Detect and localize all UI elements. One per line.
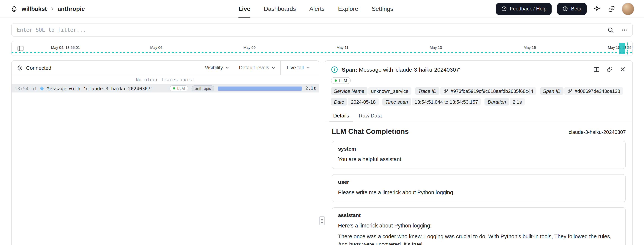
span-content: LLM Chat Completions claude-3-haiku-2024…: [325, 122, 632, 245]
columns-icon[interactable]: [592, 66, 600, 73]
visibility-label: Visibility: [205, 65, 223, 71]
trace-timestamp: 13:54:51: [14, 86, 37, 91]
timeline-tick: May 11: [336, 46, 348, 50]
time-span-label: Time span: [382, 98, 411, 106]
breadcrumb-org[interactable]: willbakst: [22, 6, 47, 12]
feedback-help-label: Feedback / Help: [510, 6, 546, 12]
chevron-right-icon: [50, 6, 54, 11]
trace-row[interactable]: 13:54:51 Message with 'claude-3-haiku-20…: [12, 84, 319, 93]
empty-traces-message: No older traces exist: [12, 75, 319, 84]
user-avatar[interactable]: [622, 3, 634, 15]
top-nav: willbakst anthropic Live Dashboards Aler…: [0, 0, 644, 18]
sidebar-toggle-icon[interactable]: [16, 44, 24, 53]
tab-raw-data[interactable]: Raw Data: [355, 110, 386, 122]
service-name-value: unknown_service: [368, 87, 412, 95]
close-icon[interactable]: [619, 66, 626, 73]
span-meta-row-2: Date 2024-05-18 Time span 13:54:51.044 t…: [325, 98, 632, 106]
nav-item-explore[interactable]: Explore: [338, 0, 358, 18]
diamond-icon: [40, 86, 44, 91]
nav-item-live[interactable]: Live: [238, 0, 250, 18]
span-id-value[interactable]: #d08697de343ce138: [564, 87, 623, 95]
sparkle-icon[interactable]: [592, 4, 602, 14]
gear-icon[interactable]: [17, 65, 23, 71]
span-badge-row: LLM: [325, 76, 632, 87]
span-header: Span: Message with 'claude-3-haiku-20240…: [325, 61, 632, 76]
time-span-value: 13:54:51.044 to 13:54:53.157: [412, 98, 481, 106]
traces-header: Connected Visibility Default levels Live…: [12, 61, 319, 75]
info-circle-icon: [331, 66, 338, 73]
trace-duration: 2.1s: [305, 86, 316, 91]
link-icon[interactable]: [606, 65, 614, 74]
default-levels-dropdown[interactable]: Default levels: [234, 61, 280, 75]
message-role: system: [338, 146, 620, 152]
timeline-selection[interactable]: [619, 43, 625, 54]
date-label: Date: [331, 98, 347, 106]
duration-tag: Duration 2.1s: [485, 98, 525, 106]
message-role: assistant: [338, 212, 620, 218]
timeline-end-marker: [627, 43, 628, 55]
grip-icon[interactable]: [319, 216, 325, 225]
beta-label: Beta: [571, 6, 582, 12]
app-root: willbakst anthropic Live Dashboards Aler…: [0, 0, 644, 245]
trace-id-value[interactable]: #973fba5919cf9c618aafdb2635f68c44: [440, 87, 536, 95]
span-id-label: Span ID: [540, 87, 564, 95]
logo-icon[interactable]: [10, 4, 19, 13]
traces-panel: Connected Visibility Default levels Live…: [11, 60, 320, 245]
service-name-tag: Service Name unknown_service: [331, 87, 412, 95]
breadcrumb-project[interactable]: anthropic: [58, 6, 85, 12]
timeline-tick: May 13: [430, 46, 442, 50]
timeline-axis: [12, 52, 632, 53]
timeline-tick: May 16: [524, 46, 536, 50]
tab-details[interactable]: Details: [330, 110, 353, 122]
sql-filter-input[interactable]: [11, 23, 633, 37]
beta-button[interactable]: Beta: [557, 3, 586, 15]
message-text: You are a helpful assistant.: [338, 155, 620, 163]
section-title: LLM Chat Completions: [332, 128, 409, 136]
span-panel: Span: Message with 'claude-3-haiku-20240…: [324, 60, 633, 245]
timeline-start-marker: [61, 43, 61, 55]
span-title: Span: Message with 'claude-3-haiku-20240…: [342, 66, 460, 73]
breadcrumb: willbakst anthropic: [10, 4, 85, 13]
span-title-prefix: Span:: [342, 66, 357, 73]
chevron-down-icon: [271, 66, 276, 70]
trace-message: Message with 'claude-3-haiku-20240307': [46, 86, 166, 91]
live-tail-dropdown[interactable]: Live tail: [280, 61, 319, 75]
svg-text:?: ?: [503, 7, 505, 11]
timeline-tick: May 09: [243, 46, 256, 50]
trace-id-label: Trace ID: [415, 87, 440, 95]
main-split: Connected Visibility Default levels Live…: [0, 60, 644, 245]
llm-badge: LLM: [331, 77, 351, 84]
search-icon[interactable]: [607, 26, 614, 34]
connection-status: Connected: [26, 65, 51, 71]
link-icon: [567, 88, 572, 94]
nav-item-alerts[interactable]: Alerts: [309, 0, 324, 18]
message-text: Please write me a limerick about Python …: [338, 189, 620, 196]
date-tag: Date 2024-05-18: [331, 98, 379, 106]
visibility-dropdown[interactable]: Visibility: [200, 61, 234, 75]
feedback-help-button[interactable]: ? Feedback / Help: [496, 3, 552, 15]
timeline[interactable]: May 04, 13:55:01 May 06 May 09 May 11 Ma…: [11, 41, 633, 56]
nav-item-settings[interactable]: Settings: [372, 0, 393, 18]
green-dot-icon: [173, 87, 175, 90]
date-value: 2024-05-18: [348, 98, 379, 106]
chevron-down-icon: [306, 66, 310, 70]
timeline-tick: May 04, 13:55:01: [51, 46, 80, 50]
duration-label: Duration: [485, 98, 509, 106]
duration-value: 2.1s: [510, 98, 525, 106]
nav-item-dashboards[interactable]: Dashboards: [264, 0, 296, 18]
span-meta-row-1: Service Name unknown_service Trace ID #9…: [325, 87, 632, 95]
span-title-text: Message with 'claude-3-haiku-20240307': [359, 66, 460, 73]
main-nav: Live Dashboards Alerts Explore Settings: [238, 0, 393, 18]
section-header: LLM Chat Completions claude-3-haiku-2024…: [332, 128, 626, 136]
circle-info-icon: [562, 6, 568, 12]
message-card-user: user Please write me a limerick about Py…: [332, 174, 626, 202]
message-text: There once was a coder who knew, Logging…: [338, 233, 620, 245]
span-header-actions: [592, 65, 626, 74]
timeline-tick: May 06: [150, 46, 162, 50]
ellipsis-icon[interactable]: [620, 26, 628, 34]
chevron-down-icon: [225, 66, 229, 70]
link-icon[interactable]: [607, 4, 616, 13]
span-tabs: Details Raw Data: [325, 110, 632, 122]
nav-actions: ? Feedback / Help Beta: [496, 3, 634, 15]
traces-controls: Visibility Default levels Live tail: [200, 61, 319, 75]
